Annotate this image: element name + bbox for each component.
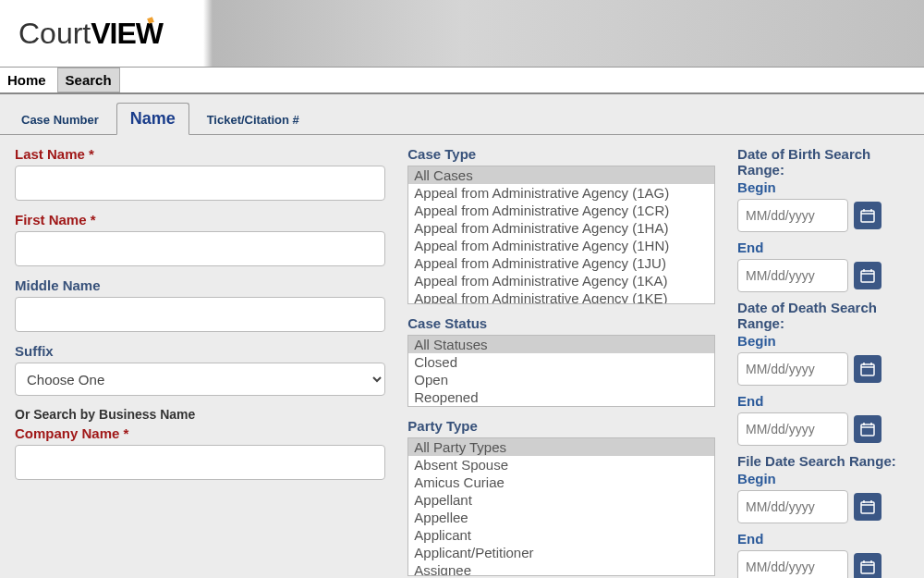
column-left: Last Name * First Name * Middle Name Suf… [15, 146, 385, 578]
dob-end-input[interactable] [737, 259, 848, 292]
list-item[interactable]: Appeal from Administrative Agency (1CR) [408, 202, 714, 219]
dob-begin-label: Begin [737, 179, 909, 195]
svg-rect-16 [861, 502, 874, 513]
middle-name-label: Middle Name [15, 277, 385, 293]
or-search-label: Or Search by Business Name [15, 407, 385, 422]
list-item[interactable]: Absent Spouse [408, 456, 714, 473]
calendar-icon [860, 208, 875, 223]
svg-rect-8 [861, 364, 874, 375]
dob-end-calendar-button[interactable] [854, 262, 881, 289]
party-type-list[interactable]: All Party TypesAbsent SpouseAmicus Curia… [407, 437, 715, 576]
file-end-input[interactable] [737, 550, 848, 578]
list-item[interactable]: Closed [408, 353, 714, 371]
calendar-icon [860, 268, 875, 283]
dob-range-label: Date of Birth Search Range: [737, 146, 909, 178]
tab-case-number[interactable]: Case Number [7, 106, 113, 132]
header-banner: CourtVIEW [0, 0, 924, 68]
dod-end-label: End [737, 393, 909, 409]
file-begin-input[interactable] [737, 490, 848, 523]
company-name-label: Company Name * [15, 425, 385, 441]
list-item[interactable]: All Cases [408, 166, 714, 184]
list-item[interactable]: Appeal from Administrative Agency (1HN) [408, 237, 714, 254]
middle-name-input[interactable] [15, 297, 385, 332]
file-begin-label: Begin [737, 471, 909, 486]
dod-end-input[interactable] [737, 412, 848, 446]
last-name-label: Last Name * [15, 146, 385, 162]
dod-begin-label: Begin [737, 333, 909, 349]
column-right: Date of Birth Search Range: Begin End Da… [737, 146, 909, 578]
nav-search[interactable]: Search [57, 68, 120, 92]
svg-rect-0 [861, 211, 874, 222]
list-item[interactable]: All Party Types [408, 438, 714, 456]
calendar-icon [860, 362, 875, 376]
tab-ticket[interactable]: Ticket/Citation # [193, 106, 313, 132]
calendar-icon [860, 422, 875, 437]
list-item[interactable]: Appellee [408, 509, 714, 526]
svg-rect-20 [861, 562, 874, 573]
svg-rect-4 [861, 271, 874, 282]
dod-end-calendar-button[interactable] [854, 415, 881, 443]
list-item[interactable]: Appeal from Administrative Agency (1AG) [408, 184, 714, 202]
tab-name[interactable]: Name [116, 103, 189, 135]
first-name-input[interactable] [15, 231, 385, 266]
dob-end-label: End [737, 240, 909, 255]
file-end-calendar-button[interactable] [854, 553, 881, 578]
content-area: Last Name * First Name * Middle Name Suf… [0, 134, 924, 578]
logo-text-1: Court [18, 17, 91, 50]
tabs-row: Case Number Name Ticket/Citation # [0, 94, 924, 134]
list-item[interactable]: Amicus Curiae [408, 473, 714, 491]
case-type-list[interactable]: All CasesAppeal from Administrative Agen… [407, 166, 715, 304]
list-item[interactable]: Appeal from Administrative Agency (1HA) [408, 219, 714, 237]
suffix-label: Suffix [15, 343, 385, 359]
file-end-label: End [737, 531, 909, 547]
list-item[interactable]: Appeal from Administrative Agency (1KE) [408, 289, 714, 304]
nav-bar: Home Search [0, 68, 924, 94]
suffix-select[interactable]: Choose One [15, 363, 385, 396]
list-item[interactable]: All Statuses [408, 336, 714, 353]
column-middle: Case Type All CasesAppeal from Administr… [407, 146, 715, 578]
case-status-label: Case Status [407, 315, 715, 331]
nav-home[interactable]: Home [0, 68, 54, 92]
logo: CourtVIEW [18, 17, 168, 51]
calendar-icon [860, 560, 875, 574]
case-status-list[interactable]: All StatusesClosedOpenReopened [407, 335, 715, 407]
first-name-label: First Name * [15, 212, 385, 228]
file-range-label: File Date Search Range: [737, 453, 909, 469]
calendar-icon [860, 499, 875, 514]
list-item[interactable]: Appeal from Administrative Agency (1KA) [408, 272, 714, 289]
dod-begin-input[interactable] [737, 352, 848, 386]
file-begin-calendar-button[interactable] [854, 493, 881, 521]
dod-begin-calendar-button[interactable] [854, 355, 881, 383]
dob-begin-calendar-button[interactable] [854, 202, 881, 229]
last-name-input[interactable] [15, 166, 385, 201]
list-item[interactable]: Applicant [408, 526, 714, 544]
list-item[interactable]: Applicant/Petitioner [408, 544, 714, 561]
list-item[interactable]: Appellant [408, 491, 714, 509]
list-item[interactable]: Open [408, 371, 714, 388]
list-item[interactable]: Assignee [408, 561, 714, 576]
company-name-input[interactable] [15, 445, 385, 480]
list-item[interactable]: Appeal from Administrative Agency (1JU) [408, 254, 714, 272]
dod-range-label: Date of Death Search Range: [737, 300, 909, 331]
svg-rect-12 [861, 424, 874, 436]
case-type-label: Case Type [407, 146, 715, 162]
dob-begin-input[interactable] [737, 199, 848, 232]
list-item[interactable]: Reopened [408, 388, 714, 406]
party-type-label: Party Type [407, 418, 715, 434]
